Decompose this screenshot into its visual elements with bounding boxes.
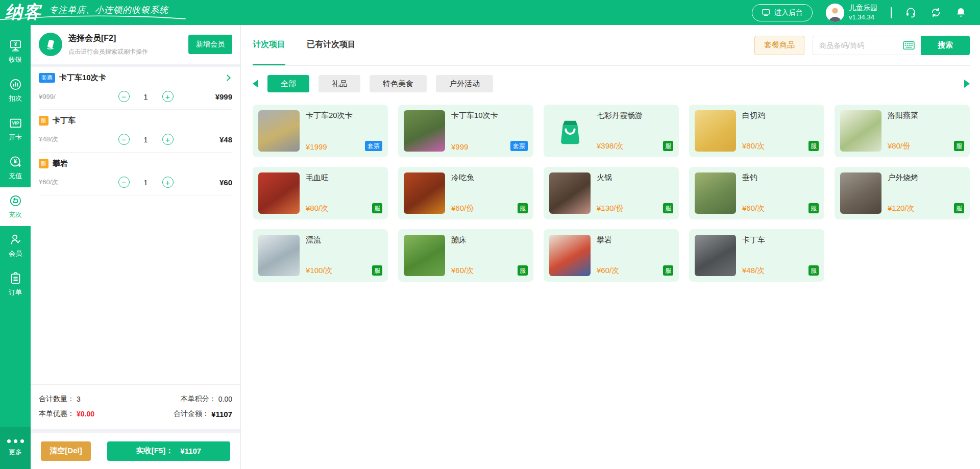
sidebar-item-label: 收银 — [9, 55, 22, 64]
monitor-icon — [762, 8, 770, 17]
product-price: ¥398/次 — [597, 141, 624, 151]
product-image — [549, 235, 591, 276]
service-badge: 服 — [518, 203, 528, 213]
sidebar-item-recharge-count[interactable]: 充次 — [0, 187, 31, 226]
product-card[interactable]: 卡丁车20次卡 ¥1999 套票 — [253, 105, 388, 157]
product-name: 卡丁车 — [742, 235, 819, 245]
product-name: 漂流 — [306, 235, 382, 245]
service-badge: 服 — [808, 265, 819, 276]
increase-button[interactable]: + — [162, 177, 174, 188]
clear-button[interactable]: 清空[Del] — [41, 441, 91, 461]
total-amount-label: 合计金额： — [174, 409, 209, 418]
bell-icon[interactable] — [955, 7, 967, 18]
sidebar-item-member[interactable]: 会员 — [0, 226, 31, 265]
enter-backend-button[interactable]: 进入后台 — [752, 4, 813, 21]
product-image — [549, 172, 591, 214]
category-all[interactable]: 全部 — [267, 75, 309, 92]
scroll-left-arrow-icon[interactable] — [253, 80, 258, 88]
category-gifts[interactable]: 礼品 — [318, 75, 360, 92]
sync-icon[interactable] — [930, 7, 942, 18]
product-price: ¥80/次 — [306, 204, 328, 213]
product-image — [695, 110, 736, 152]
points-label: 本单积分： — [181, 394, 216, 404]
tab-existing-count-items[interactable]: 已有计次项目 — [307, 25, 356, 65]
sidebar-item-orders[interactable]: 订单 — [0, 265, 31, 304]
service-badge: 服 — [372, 203, 382, 213]
increase-button[interactable]: + — [162, 91, 174, 102]
checkout-bar: 清空[Del] 实收[F5]： ¥1107 — [31, 433, 240, 469]
product-card[interactable]: 户外烧烤 ¥120/次 服 — [835, 167, 970, 219]
total-amount-value: ¥1107 — [211, 410, 232, 418]
headset-icon[interactable] — [905, 7, 917, 18]
app-version: v1.34.34 — [849, 13, 877, 22]
checkout-label: 实收[F5]： — [136, 446, 174, 456]
service-badge: 服 — [39, 159, 48, 168]
category-outdoor[interactable]: 户外活动 — [436, 75, 493, 92]
total-qty-label: 合计数量： — [39, 394, 75, 404]
product-card[interactable]: 洛阳燕菜 ¥80/份 服 — [835, 105, 970, 157]
product-price: ¥60/次 — [597, 266, 619, 276]
sidebar-item-deduct-count[interactable]: 扣次 — [0, 71, 31, 110]
sidebar-item-vip-open-card[interactable]: VIP 开卡 — [0, 110, 31, 149]
decrease-button[interactable]: − — [118, 177, 130, 188]
chevron-right-icon[interactable] — [224, 75, 231, 81]
keyboard-icon[interactable] — [903, 41, 915, 50]
product-card[interactable]: 漂流 ¥100/次 服 — [253, 229, 388, 282]
cash-register-icon: ¥ — [9, 39, 22, 53]
product-image — [695, 172, 736, 214]
product-image — [404, 172, 445, 214]
product-card[interactable]: 卡丁车 ¥48/次 服 — [689, 229, 824, 282]
product-card[interactable]: 毛血旺 ¥80/次 服 — [253, 167, 388, 219]
checkout-amount: ¥1107 — [180, 447, 201, 455]
member-card-icon — [39, 33, 62, 56]
svg-text:VIP: VIP — [12, 120, 19, 126]
sidebar-more-label: 更多 — [9, 448, 22, 457]
product-card[interactable]: 攀岩 ¥60/次 服 — [544, 229, 679, 282]
ticket-badge: 套票 — [365, 141, 382, 151]
product-card[interactable]: 火锅 ¥130/份 服 — [544, 167, 679, 219]
search-button[interactable]: 搜索 — [921, 36, 970, 55]
sidebar: ¥ 收银 扣次 VIP 开卡 — [0, 25, 31, 469]
product-card[interactable]: 卡丁车10次卡 ¥999 套票 — [398, 105, 533, 157]
enter-backend-label: 进入后台 — [774, 8, 803, 17]
checkout-button[interactable]: 实收[F5]： ¥1107 — [107, 441, 230, 461]
service-badge: 服 — [663, 265, 673, 276]
line-total: ¥60 — [204, 178, 232, 187]
tab-count-items[interactable]: 计次项目 — [253, 25, 285, 65]
decrease-button[interactable]: − — [118, 91, 130, 102]
combo-products-button[interactable]: 套餐商品 — [754, 36, 804, 55]
user-info[interactable]: 儿童乐园 v1.34.34 — [826, 3, 877, 22]
product-card[interactable]: 垂钓 ¥60/次 服 — [689, 167, 824, 219]
category-special-food[interactable]: 特色美食 — [370, 75, 427, 92]
product-price: ¥120/次 — [888, 204, 915, 213]
ticket-badge: 套票 — [510, 141, 528, 151]
panel-divider — [31, 429, 240, 433]
quantity: 1 — [140, 135, 152, 144]
add-member-button[interactable]: 新增会员 — [188, 35, 232, 54]
scroll-right-arrow-icon[interactable] — [964, 80, 970, 88]
app-header: 纳客 专注单店、小连锁的收银系统 进入后台 — [0, 0, 980, 25]
product-name: 蹦床 — [451, 235, 528, 245]
product-card[interactable]: 蹦床 ¥60/次 服 — [398, 229, 533, 282]
category-row: 全部 礼品 特色美食 户外活动 — [253, 75, 970, 92]
sidebar-item-recharge[interactable]: ¥ 充值 — [0, 149, 31, 187]
shopping-bag-icon — [549, 110, 591, 152]
order-panel: 选择会员[F2] 点击进行会员搜索或刷卡操作 新增会员 套票 卡丁车10次卡 ¥… — [31, 25, 241, 469]
product-card[interactable]: 白切鸡 ¥80/次 服 — [689, 105, 824, 157]
points-value: 0.00 — [218, 395, 232, 403]
tab-bar: 计次项目 已有计次项目 套餐商品 搜索 — [253, 25, 970, 66]
product-card[interactable]: 冷吃兔 ¥60/份 服 — [398, 167, 533, 219]
discount-value: ¥0.00 — [77, 410, 94, 418]
sidebar-item-cashier[interactable]: ¥ 收银 — [0, 32, 31, 71]
product-card[interactable]: 七彩丹霞畅游 ¥398/次 服 — [544, 105, 679, 157]
increase-button[interactable]: + — [162, 134, 174, 145]
product-price: ¥999 — [451, 142, 468, 151]
sidebar-item-more[interactable]: 更多 — [0, 427, 31, 469]
sidebar-item-label: 扣次 — [9, 94, 22, 103]
discount-label: 本单优惠： — [39, 409, 75, 418]
line-total: ¥48 — [204, 135, 232, 144]
member-icon — [9, 233, 22, 246]
cart-item-name: 卡丁车10次卡 — [59, 73, 106, 83]
decrease-button[interactable]: − — [118, 134, 130, 145]
member-select-bar[interactable]: 选择会员[F2] 点击进行会员搜索或刷卡操作 新增会员 — [31, 25, 240, 64]
